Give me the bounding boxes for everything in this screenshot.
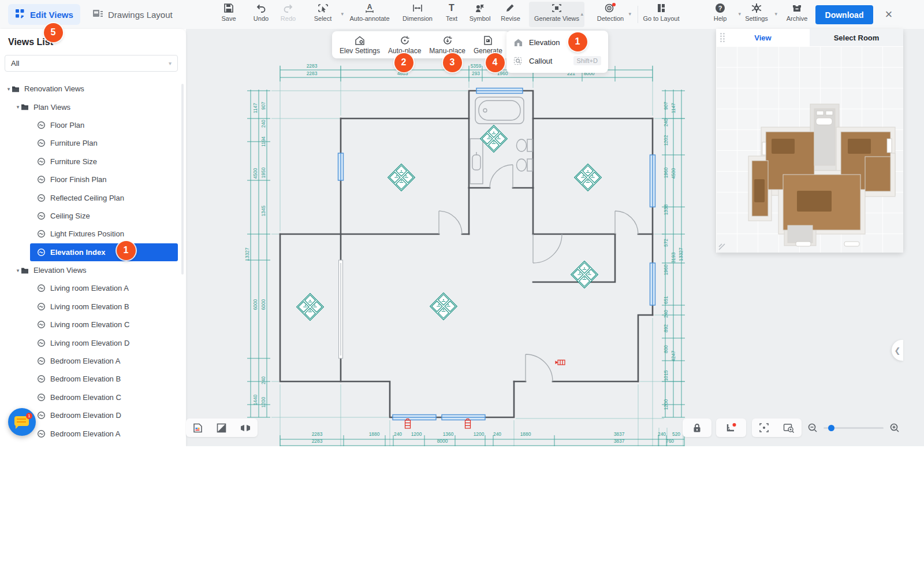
- dimension-label: 1147: [252, 103, 258, 113]
- archive-button[interactable]: Archive: [775, 3, 819, 22]
- legend-button[interactable]: [192, 423, 203, 433]
- view-link-icon: [37, 429, 46, 438]
- view-link-icon: [37, 121, 46, 129]
- tree-item-bedroom-elevation-b[interactable]: Bedroom Elevation B: [0, 370, 186, 388]
- zoom-slider[interactable]: [824, 427, 884, 429]
- dimension-label: 8000: [437, 438, 448, 444]
- zoom-area-button[interactable]: [783, 423, 795, 433]
- fit-view-button[interactable]: [759, 423, 769, 433]
- toilet-tank: [527, 139, 532, 151]
- dimension-label: 800: [663, 345, 669, 353]
- tree-item-elevation-views[interactable]: ▾Elevation Views: [0, 261, 186, 279]
- flip-compare-button[interactable]: [240, 424, 251, 432]
- step-badge-4: 4: [486, 53, 505, 72]
- tree-item-reflected-ceiling-plan[interactable]: Reflected Ceiling Plan: [0, 188, 186, 206]
- tree-item-bedroom-elevation-a[interactable]: Bedroom Elevation A: [0, 352, 186, 370]
- select-tool-button[interactable]: Select ▾: [301, 3, 345, 22]
- tree-item-bedroom-elevation-c[interactable]: Bedroom Elevation C: [0, 388, 186, 406]
- tree-item-living-room-elevation-d[interactable]: Living room Elevation D: [0, 334, 186, 351]
- 3d-floorplan-preview[interactable]: [716, 46, 903, 253]
- auto-annotate-button[interactable]: A Auto-annotate: [348, 3, 392, 22]
- close-icon[interactable]: ×: [880, 6, 897, 23]
- lock-toolbar: [683, 418, 711, 437]
- symbol-icon: [474, 3, 486, 13]
- dimension-label: 2283: [312, 438, 323, 444]
- view-link-icon: [37, 357, 46, 365]
- view-link-icon: [37, 175, 46, 184]
- dimension-label: 1147: [670, 103, 676, 113]
- drawings-layout-button[interactable]: Drawings Layout: [85, 4, 180, 25]
- auto-place-button[interactable]: Auto-place: [388, 35, 421, 55]
- download-button[interactable]: Download: [815, 5, 873, 24]
- dimension-label: 1360: [443, 431, 454, 437]
- dimension-label: 651: [663, 296, 669, 304]
- dimension-label: 1194: [260, 136, 266, 147]
- settings-button[interactable]: Settings ▾: [735, 3, 778, 22]
- tab-select-room[interactable]: Select Room: [810, 29, 903, 46]
- tree-item-living-room-elevation-a[interactable]: Living room Elevation A: [0, 279, 186, 297]
- go-to-layout-button[interactable]: Go to Layout: [639, 3, 683, 22]
- tree-item-ceiling-size[interactable]: Ceiling Size: [0, 207, 186, 225]
- tree-item-renovation-views[interactable]: ▾Renovation Views: [0, 80, 186, 98]
- view-link-icon: [37, 248, 46, 257]
- select-icon: [317, 3, 329, 13]
- view-link-icon: [37, 393, 46, 402]
- tree-item-light-fixtures-position[interactable]: Light Fixtures Position: [0, 225, 186, 243]
- sidebar-scrollbar[interactable]: [181, 84, 184, 275]
- chat-fab-button[interactable]: 1: [8, 408, 36, 436]
- tree-item-label: Floor Plan: [50, 121, 84, 129]
- sliding-door: [339, 260, 343, 358]
- dimension-label: 3193: [670, 252, 676, 263]
- step-badge-5: 5: [44, 23, 63, 42]
- tree-caret-icon[interactable]: ▾: [15, 104, 21, 110]
- manu-place-button[interactable]: Manu-place: [429, 35, 465, 55]
- zoom-out-button[interactable]: [807, 423, 818, 433]
- zoom-slider-handle[interactable]: [828, 425, 834, 431]
- generate-button[interactable]: Generate: [474, 35, 502, 55]
- tree-item-label: Elevation Views: [33, 266, 87, 275]
- top-toolbar: Edit Views Drawings Layout Save Undo Red…: [0, 0, 924, 29]
- tree-item-label: Ceiling Size: [50, 212, 90, 220]
- flip-compare-icon: [240, 424, 251, 432]
- tree-item-floor-finish-plan[interactable]: Floor Finish Plan: [0, 171, 186, 188]
- toilet-bowl: [517, 139, 527, 151]
- revise-button[interactable]: Revise: [489, 3, 532, 22]
- generate-views-button[interactable]: Generate Views ▴: [535, 3, 579, 22]
- tab-view[interactable]: View: [716, 29, 810, 46]
- tree-item-plan-views[interactable]: ▾Plan Views: [0, 98, 186, 116]
- folder-icon: [21, 267, 29, 274]
- tree-item-label: Floor Finish Plan: [50, 175, 107, 184]
- tree-item-living-room-elevation-c[interactable]: Living room Elevation C: [0, 316, 186, 334]
- panel-drag-handle-icon[interactable]: [720, 32, 725, 43]
- dimension-label: 240: [260, 376, 266, 384]
- panel-resize-handle[interactable]: [718, 243, 725, 250]
- elev-settings-button[interactable]: Elev Settings: [340, 35, 380, 55]
- dimension-label: 293: [472, 71, 480, 76]
- axis-button[interactable]: [725, 423, 737, 433]
- elevation-menu-item[interactable]: Elevation: [506, 33, 608, 51]
- split-view-button[interactable]: [217, 423, 226, 433]
- views-filter-dropdown[interactable]: All ▾: [5, 55, 178, 72]
- tree-item-furniture-plan[interactable]: Furniture Plan: [0, 134, 186, 152]
- dimension-label: 1880: [520, 431, 531, 437]
- tree-item-living-room-elevation-b[interactable]: Living room Elevation B: [0, 298, 186, 316]
- manu-place-icon: [442, 35, 453, 46]
- tree-item-floor-plan[interactable]: Floor Plan: [0, 116, 186, 134]
- elev-settings-icon: [354, 35, 366, 46]
- step-badge-3: 3: [443, 53, 462, 72]
- tree-item-elevation-index[interactable]: Elevation Index: [30, 243, 178, 261]
- edit-views-button[interactable]: Edit Views: [8, 4, 80, 25]
- canvas-left-toolbar: [186, 418, 258, 437]
- tree-caret-icon[interactable]: ▾: [6, 86, 12, 92]
- elevation-index-symbol: [480, 125, 508, 153]
- settings-icon: [751, 3, 762, 13]
- tree-item-furniture-size[interactable]: Furniture Size: [0, 153, 186, 171]
- zoom-in-button[interactable]: [889, 423, 900, 433]
- dimension-label: 760: [666, 438, 674, 444]
- detection-button[interactable]: Detection ▾: [588, 3, 632, 22]
- lock-button[interactable]: [692, 423, 702, 433]
- tree-caret-icon[interactable]: ▾: [15, 268, 21, 273]
- dimension-label: 572: [663, 239, 669, 247]
- callout-menu-item[interactable]: Callout Shift+D: [506, 51, 608, 70]
- dimension-label: 240: [260, 120, 266, 128]
